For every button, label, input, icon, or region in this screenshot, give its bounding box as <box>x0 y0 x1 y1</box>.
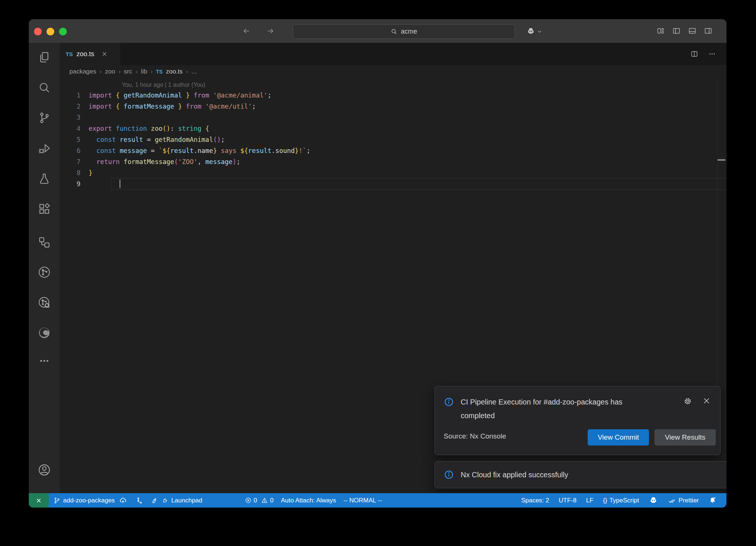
notifications-bell-item[interactable] <box>708 496 717 505</box>
forward-arrow-icon[interactable] <box>266 27 275 35</box>
auto-attach-label: Auto Attach: Always <box>281 497 336 504</box>
problems-status-item[interactable]: 0 0 <box>245 497 274 504</box>
toggle-secondary-sidebar-button[interactable] <box>704 27 712 35</box>
copilot-status-item[interactable] <box>649 496 658 505</box>
encoding-status-item[interactable]: UTF-8 <box>559 497 577 504</box>
vim-mode-status-item[interactable]: -- NORMAL -- <box>343 497 382 504</box>
breadcrumb-symbol-tail[interactable]: ... <box>192 68 197 75</box>
project-view-icon[interactable] <box>38 236 51 249</box>
line-number: 5 <box>60 134 80 145</box>
warning-icon <box>261 497 268 504</box>
code-line-1[interactable]: 1import { getRandomAnimal } from '@acme/… <box>60 90 271 101</box>
typescript-file-icon: TS <box>156 69 163 75</box>
split-editor-icon[interactable] <box>690 50 698 58</box>
breadcrumb-item[interactable]: packages <box>69 68 96 75</box>
maximize-window-button[interactable] <box>59 28 67 35</box>
view-results-button[interactable]: View Results <box>654 429 716 446</box>
language-label: TypeScript <box>609 497 639 504</box>
source-control-graph-status-item[interactable] <box>136 497 143 504</box>
copilot-icon <box>526 27 536 36</box>
tab-label: zoo.ts <box>76 50 94 58</box>
search-view-icon[interactable] <box>38 81 51 94</box>
breadcrumb-item[interactable]: src <box>124 68 133 75</box>
copilot-menu-button[interactable] <box>526 27 542 36</box>
minimize-window-button[interactable] <box>47 28 54 35</box>
notification-settings-gear-icon[interactable] <box>683 397 692 406</box>
info-icon <box>444 397 454 423</box>
edge-tools-icon[interactable] <box>37 326 51 340</box>
title-bar: acme <box>29 19 726 43</box>
bell-dot-icon <box>708 496 717 505</box>
formatter-label: Prettier <box>678 497 699 504</box>
notification-message: CI Pipeline Execution for #add-zoo-packa… <box>461 395 653 423</box>
extensions-icon[interactable] <box>38 202 51 216</box>
customize-layout-button[interactable] <box>656 27 665 35</box>
eol-status-item[interactable]: LF <box>586 497 594 504</box>
notification-close-icon[interactable] <box>702 397 711 406</box>
code-line-6[interactable]: 6 const message = `${result.name} says $… <box>60 145 310 156</box>
branch-status-item[interactable]: add-zoo-packages <box>53 496 127 505</box>
breadcrumb-separator-icon: › <box>135 68 138 75</box>
line-number: 1 <box>60 90 80 101</box>
notification-toast-ci-pipeline: CI Pipeline Execution for #add-zoo-packa… <box>434 386 721 455</box>
typescript-file-icon: TS <box>66 51 73 57</box>
nx-cloud-icon[interactable] <box>37 296 51 310</box>
code-line-2[interactable]: 2import { formatMessage } from '@acme/ut… <box>60 101 256 112</box>
code-line-5[interactable]: 5 const result = getRandomAnimal(); <box>60 134 225 145</box>
line-number: 6 <box>60 145 80 156</box>
launchpad-status-item[interactable]: Launchpad <box>151 497 202 504</box>
line-number: 8 <box>60 167 80 178</box>
breadcrumb-separator-icon: › <box>100 68 102 75</box>
more-actions-icon[interactable] <box>708 50 716 58</box>
run-debug-icon[interactable] <box>38 142 51 155</box>
back-arrow-icon[interactable] <box>242 27 251 35</box>
breadcrumb-item[interactable]: lib <box>141 68 147 75</box>
traffic-lights <box>34 28 67 35</box>
indentation-status-item[interactable]: Spaces: 2 <box>521 497 549 504</box>
account-icon[interactable] <box>37 463 51 477</box>
source-control-icon[interactable] <box>38 111 51 124</box>
text-cursor <box>120 180 120 188</box>
overview-ruler-marker[interactable] <box>718 159 725 161</box>
breadcrumb-item[interactable]: zoo <box>105 68 115 75</box>
pipeline-graph-icon <box>136 497 143 504</box>
more-views-icon[interactable] <box>38 355 51 367</box>
command-center-search[interactable]: acme <box>293 24 515 39</box>
current-line-highlight <box>111 178 726 190</box>
encoding-label: UTF-8 <box>559 497 577 504</box>
vscode-window: acme <box>29 19 726 508</box>
indentation-label: Spaces: 2 <box>521 497 549 504</box>
line-number: 2 <box>60 101 80 112</box>
code-line-4[interactable]: 4export function zoo(): string { <box>60 123 209 134</box>
cloud-upload-icon <box>119 496 127 505</box>
toggle-panel-button[interactable] <box>688 27 697 35</box>
view-commit-button[interactable]: View Commit <box>588 429 649 446</box>
code-line-8[interactable]: 8} <box>60 167 93 178</box>
breadcrumb: packages › zoo › src › lib › TS zoo.ts ›… <box>60 65 726 78</box>
rocket-icon <box>151 497 159 504</box>
search-query-text: acme <box>401 28 417 35</box>
blame-annotation: You, 1 hour ago | 1 author (You) <box>122 79 205 91</box>
code-line-3[interactable]: 3 <box>60 112 89 123</box>
tab-zoo-ts[interactable]: TS zoo.ts <box>60 43 120 65</box>
explorer-icon[interactable] <box>38 51 51 64</box>
line-number: 7 <box>60 156 80 167</box>
formatter-status-item[interactable]: Prettier <box>668 496 699 505</box>
line-number: 3 <box>60 112 80 123</box>
nx-console-icon[interactable] <box>37 265 51 279</box>
language-status-item[interactable]: {} TypeScript <box>603 497 639 504</box>
breadcrumb-separator-icon: › <box>186 68 188 75</box>
breadcrumb-file[interactable]: zoo.ts <box>166 68 182 75</box>
close-window-button[interactable] <box>34 28 42 35</box>
auto-attach-status-item[interactable]: Auto Attach: Always <box>281 497 336 504</box>
plug-icon <box>161 497 169 504</box>
desktop: { "title_bar": { "search_value": "acme" … <box>0 0 756 546</box>
status-bar: add-zoo-packages Launchpad 0 <box>29 493 726 508</box>
testing-icon[interactable] <box>38 172 51 185</box>
code-line-7[interactable]: 7 return formatMessage('ZOO', message); <box>60 156 240 167</box>
remote-indicator[interactable] <box>29 493 49 508</box>
toggle-primary-sidebar-button[interactable] <box>672 27 681 35</box>
code-line-9[interactable]: 9 <box>60 178 89 190</box>
error-icon <box>245 497 252 504</box>
tab-close-icon[interactable] <box>102 51 107 57</box>
